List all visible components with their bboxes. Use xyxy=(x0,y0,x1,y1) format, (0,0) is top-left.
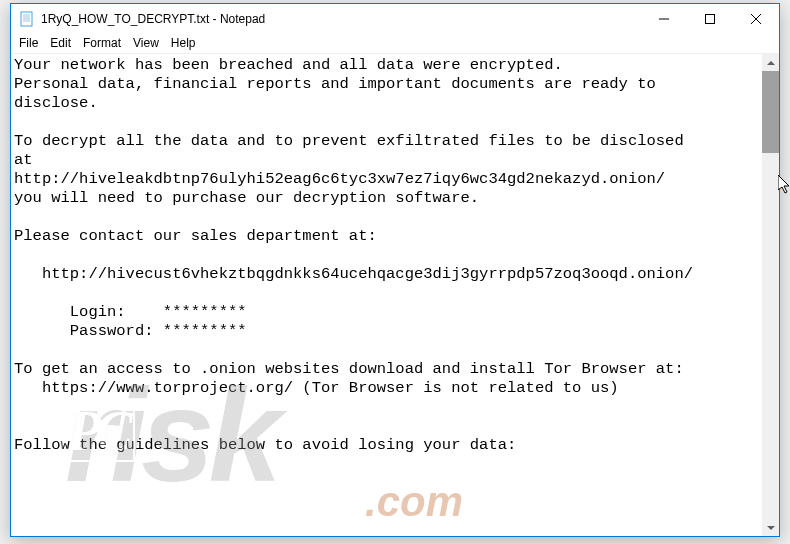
text-editor[interactable]: Your network has been breached and all d… xyxy=(11,54,762,536)
content-area: Your network has been breached and all d… xyxy=(11,53,779,536)
svg-line-8 xyxy=(751,14,761,24)
notepad-icon xyxy=(19,11,35,27)
menu-view[interactable]: View xyxy=(127,35,165,52)
titlebar: 1RyQ_HOW_TO_DECRYPT.txt - Notepad xyxy=(11,4,779,34)
vertical-scrollbar[interactable] xyxy=(762,54,779,536)
svg-rect-6 xyxy=(706,15,715,24)
minimize-button[interactable] xyxy=(641,4,687,34)
scroll-down-button[interactable] xyxy=(762,519,779,536)
svg-line-7 xyxy=(751,14,761,24)
close-button[interactable] xyxy=(733,4,779,34)
scroll-track[interactable] xyxy=(762,71,779,519)
maximize-button[interactable] xyxy=(687,4,733,34)
svg-marker-9 xyxy=(767,61,775,65)
menu-edit[interactable]: Edit xyxy=(44,35,77,52)
menu-format[interactable]: Format xyxy=(77,35,127,52)
svg-marker-10 xyxy=(767,526,775,530)
scroll-thumb[interactable] xyxy=(762,71,779,153)
window-controls xyxy=(641,4,779,34)
menu-file[interactable]: File xyxy=(13,35,44,52)
window-title: 1RyQ_HOW_TO_DECRYPT.txt - Notepad xyxy=(41,12,641,26)
scroll-up-button[interactable] xyxy=(762,54,779,71)
menu-help[interactable]: Help xyxy=(165,35,202,52)
menubar: File Edit Format View Help xyxy=(11,34,779,53)
notepad-window: 1RyQ_HOW_TO_DECRYPT.txt - Notepad File E… xyxy=(10,3,780,537)
